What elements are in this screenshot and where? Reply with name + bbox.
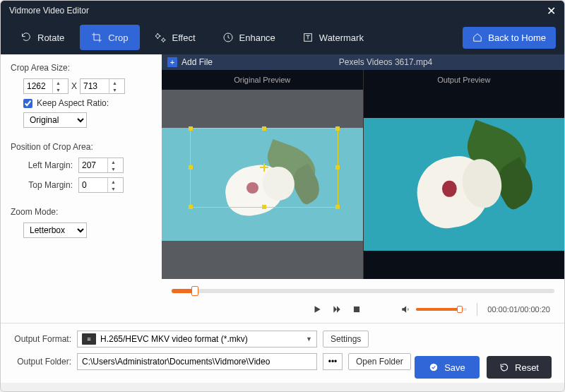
stop-icon[interactable] xyxy=(352,304,362,314)
save-label: Save xyxy=(444,362,465,373)
crop-label: Crop xyxy=(108,32,128,43)
output-format-select[interactable]: H.265/HEVC MKV video format (*.mkv) ▼ xyxy=(77,331,317,348)
reset-label: Reset xyxy=(515,362,539,373)
rotate-icon xyxy=(20,32,32,43)
output-folder-field[interactable]: C:\Users\Administrator\Documents\Vidmore… xyxy=(77,353,317,370)
reset-icon xyxy=(499,362,509,372)
crop-area-size-label: Crop Area Size: xyxy=(11,63,152,73)
save-button[interactable]: Save xyxy=(415,356,480,379)
stepper-up-icon[interactable]: ▲ xyxy=(108,178,119,185)
volume-slider[interactable] xyxy=(416,308,467,311)
effect-label: Effect xyxy=(172,32,196,43)
play-icon[interactable] xyxy=(312,304,322,314)
left-margin-label: Left Margin: xyxy=(23,160,73,170)
original-preview: Original Preview xyxy=(162,70,363,279)
browse-folder-button[interactable]: ••• xyxy=(323,353,343,370)
enhance-label: Enhance xyxy=(239,32,275,43)
keep-aspect-checkbox[interactable] xyxy=(23,99,32,108)
x-separator: X xyxy=(71,81,77,91)
crop-width-field[interactable] xyxy=(24,79,52,93)
left-margin-field[interactable] xyxy=(79,158,107,172)
aspect-preset-select[interactable]: Original xyxy=(23,112,87,128)
preview-area: + Add File Pexels Videos 3617.mp4 Origin… xyxy=(162,54,564,323)
output-preview-label: Output Preview xyxy=(364,70,565,90)
current-filename: Pexels Videos 3617.mp4 xyxy=(213,57,559,67)
crop-height-input[interactable]: ▲▼ xyxy=(80,78,125,94)
output-folder-label: Output Folder: xyxy=(11,357,71,367)
open-folder-button[interactable]: Open Folder xyxy=(348,353,411,370)
stepper-down-icon[interactable]: ▼ xyxy=(108,165,119,172)
watermark-button[interactable]: Watermark xyxy=(291,25,375,50)
left-margin-input[interactable]: ▲▼ xyxy=(78,158,124,173)
output-folder-value: C:\Users\Administrator\Documents\Vidmore… xyxy=(82,357,312,367)
crop-height-field[interactable] xyxy=(81,79,109,93)
top-margin-field[interactable] xyxy=(79,178,107,192)
volume-icon[interactable] xyxy=(400,304,410,314)
fast-forward-icon[interactable] xyxy=(332,304,342,314)
crop-width-input[interactable]: ▲▼ xyxy=(23,78,69,94)
back-home-button[interactable]: Back to Home xyxy=(463,27,556,49)
add-file-button[interactable]: Add File xyxy=(182,57,213,67)
watermark-icon xyxy=(302,32,314,43)
window-title: Vidmore Video Editor xyxy=(9,6,547,16)
chevron-down-icon[interactable]: ▼ xyxy=(306,335,312,343)
plus-icon[interactable]: + xyxy=(167,57,177,67)
enhance-button[interactable]: Enhance xyxy=(211,25,287,50)
rotate-button[interactable]: Rotate xyxy=(9,25,76,50)
top-margin-label: Top Margin: xyxy=(23,180,73,190)
watermark-label: Watermark xyxy=(319,32,364,43)
addfile-bar: + Add File Pexels Videos 3617.mp4 xyxy=(162,54,564,70)
stepper-up-icon[interactable]: ▲ xyxy=(109,79,120,86)
original-preview-label: Original Preview xyxy=(162,70,363,90)
format-icon xyxy=(82,333,96,345)
zoom-mode-label: Zoom Mode: xyxy=(11,207,152,217)
rotate-label: Rotate xyxy=(37,32,64,43)
original-preview-frame[interactable] xyxy=(162,90,363,279)
keep-aspect-label: Keep Aspect Ratio: xyxy=(37,98,109,108)
output-preview: Output Preview xyxy=(363,70,565,279)
crop-settings-sidebar: Crop Area Size: ▲▼ X ▲▼ Keep Aspect Rati… xyxy=(1,54,162,323)
svg-rect-2 xyxy=(354,307,359,312)
top-margin-input[interactable]: ▲▼ xyxy=(78,177,124,193)
stepper-up-icon[interactable]: ▲ xyxy=(108,158,119,165)
output-format-value: H.265/HEVC MKV video format (*.mkv) xyxy=(100,334,302,344)
crop-button[interactable]: Crop xyxy=(80,25,139,50)
stepper-down-icon[interactable]: ▼ xyxy=(53,86,64,93)
back-home-label: Back to Home xyxy=(488,32,546,43)
main-toolbar: Rotate Crop Effect Enhance Watermark Bac… xyxy=(1,20,564,54)
close-icon[interactable]: ✕ xyxy=(547,4,556,18)
playback-time: 00:00:01/00:00:20 xyxy=(487,305,550,314)
output-format-label: Output Format: xyxy=(11,334,71,344)
output-preview-frame xyxy=(364,90,565,279)
stepper-down-icon[interactable]: ▼ xyxy=(108,185,119,192)
reset-button[interactable]: Reset xyxy=(487,356,552,379)
zoom-mode-select[interactable]: Letterbox xyxy=(23,222,87,238)
stepper-down-icon[interactable]: ▼ xyxy=(109,86,120,93)
stepper-up-icon[interactable]: ▲ xyxy=(53,79,64,86)
effect-icon xyxy=(155,32,167,43)
position-label: Position of Crop Area: xyxy=(11,142,152,152)
titlebar: Vidmore Video Editor ✕ xyxy=(1,1,564,20)
enhance-icon xyxy=(222,32,234,43)
crop-icon xyxy=(91,32,102,43)
seek-slider[interactable] xyxy=(172,289,554,293)
effect-button[interactable]: Effect xyxy=(144,25,207,50)
home-icon xyxy=(472,32,482,42)
settings-button[interactable]: Settings xyxy=(323,331,369,348)
check-circle-icon xyxy=(429,362,439,372)
